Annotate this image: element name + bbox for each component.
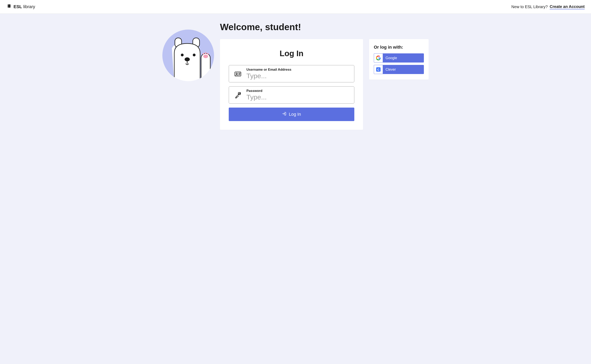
signup-prompt: New to ESL Library? <box>511 5 548 9</box>
header: ESL library New to ESL Library? Create a… <box>0 0 591 14</box>
svg-point-11 <box>185 57 190 61</box>
id-card-icon <box>234 70 242 78</box>
login-title: Log In <box>229 49 354 58</box>
login-arrow-icon <box>282 111 286 117</box>
svg-point-19 <box>239 93 239 94</box>
sso-clever-button[interactable]: C Clever <box>374 65 424 74</box>
username-input[interactable] <box>246 72 350 80</box>
sso-google-label: Google <box>383 56 397 60</box>
password-label: Password <box>246 89 350 93</box>
password-input[interactable] <box>246 93 350 101</box>
login-button-label: Log In <box>289 112 301 117</box>
svg-point-13 <box>236 73 237 74</box>
brand-text: ESL library <box>13 4 35 9</box>
sso-card: Or log in with: Google <box>369 39 429 80</box>
svg-point-10 <box>193 54 195 56</box>
create-account-link[interactable]: Create an Account <box>550 4 585 9</box>
panels: Log In Username or Email Addr <box>220 39 429 130</box>
svg-point-9 <box>181 54 184 56</box>
header-right: New to ESL Library? Create an Account <box>511 4 585 9</box>
svg-point-4 <box>203 53 204 55</box>
sso-title: Or log in with: <box>374 45 424 50</box>
book-stack-icon <box>6 4 12 10</box>
sso-clever-label: Clever <box>383 67 396 72</box>
svg-point-18 <box>240 93 240 94</box>
content: Welcome, student! Log In <box>220 22 429 130</box>
login-button[interactable]: Log In <box>229 108 354 121</box>
username-label: Username or Email Address <box>246 68 350 72</box>
password-field[interactable]: Password <box>229 86 354 104</box>
svg-text:C: C <box>377 68 380 71</box>
svg-point-3 <box>203 55 208 58</box>
login-card: Log In Username or Email Addr <box>220 39 363 130</box>
svg-point-6 <box>207 53 209 55</box>
sso-google-button[interactable]: Google <box>374 53 424 63</box>
username-field[interactable]: Username or Email Address <box>229 65 354 82</box>
svg-point-5 <box>205 52 207 54</box>
welcome-heading: Welcome, student! <box>220 22 429 32</box>
main: Welcome, student! Log In <box>156 14 435 138</box>
key-icon <box>234 91 242 99</box>
clever-icon: C <box>374 65 383 74</box>
brand-logo: ESL library <box>6 4 35 10</box>
google-icon <box>374 54 383 62</box>
mascot-avatar <box>162 30 214 82</box>
